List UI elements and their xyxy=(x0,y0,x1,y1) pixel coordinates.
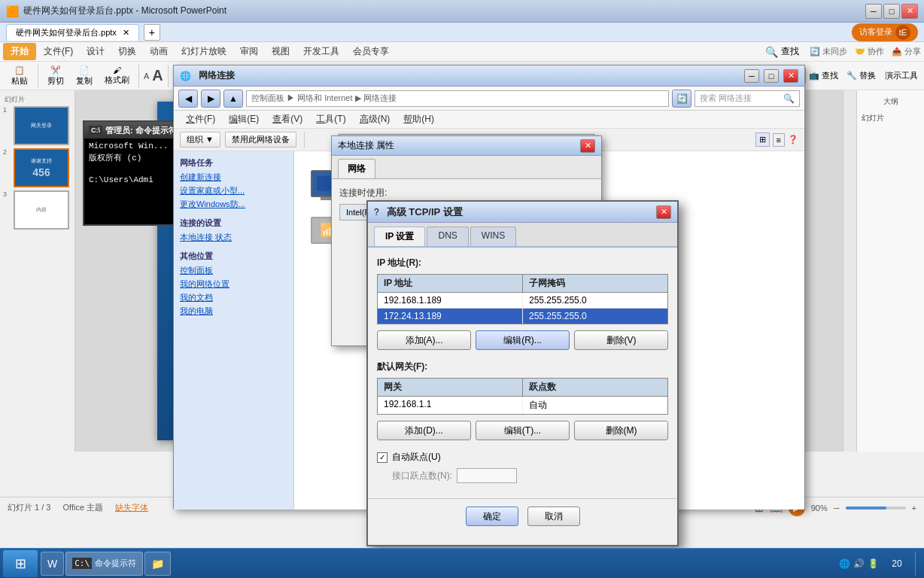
taskbar-cmd-item[interactable]: C:\ 命令提示符 xyxy=(65,552,143,576)
taskbar-word-item[interactable]: W xyxy=(41,552,64,576)
my-network-link[interactable]: 我的网络位置 xyxy=(180,278,287,290)
taskbar-clock[interactable]: 20 xyxy=(883,558,910,569)
net-menu-advanced[interactable]: 高级(N) xyxy=(354,111,397,127)
edit-gateway-btn[interactable]: 编辑(T)... xyxy=(476,421,570,440)
help-question-btn[interactable]: ❓ xyxy=(788,135,798,144)
refresh-btn[interactable]: 🔄 xyxy=(672,90,691,108)
prop-title-text: 本地连接 属性 xyxy=(338,139,394,152)
ppt-tab[interactable]: 硬件网关如何登录后台.pptx ✕ xyxy=(6,24,139,41)
prop-tab-network[interactable]: 网络 xyxy=(338,159,375,178)
menu-transition[interactable]: 切换 xyxy=(112,43,142,60)
col-subnet-header: 子网掩码 xyxy=(523,275,667,292)
minimize-button[interactable]: ─ xyxy=(865,4,882,19)
menu-review[interactable]: 审阅 xyxy=(234,43,264,60)
menu-vip[interactable]: 会员专享 xyxy=(347,43,395,60)
slide-thumb-1[interactable]: 1 网关登录 xyxy=(3,106,71,145)
net-menu-tools[interactable]: 工具(T) xyxy=(310,111,351,127)
view-controls: ⊞ ≡ ❓ xyxy=(755,132,798,147)
organize-btn[interactable]: 组织 ▼ xyxy=(180,132,220,148)
taskbar-folder-item[interactable]: 📁 xyxy=(144,552,171,576)
net-menu-help[interactable]: 帮助(H) xyxy=(397,111,440,127)
search-icon: 🔍 xyxy=(783,93,795,104)
tcp-close-btn[interactable]: ✕ xyxy=(656,205,671,219)
tcp-tab-ip[interactable]: IP 设置 xyxy=(374,227,425,246)
search-box[interactable]: 搜索 网络连接 🔍 xyxy=(695,90,800,107)
control-panel-link[interactable]: 控制面板 xyxy=(180,265,287,276)
ip-row-2[interactable]: 172.24.13.189 255.255.255.0 xyxy=(378,309,667,324)
slide-thumb-3[interactable]: 3 内容 xyxy=(3,190,71,230)
col-ip-header: IP 地址 xyxy=(378,275,523,292)
menu-design[interactable]: 设计 xyxy=(81,43,111,60)
battery-tray-icon[interactable]: 🔋 xyxy=(868,558,879,569)
gateway-row-1-ip: 192.168.1.1 xyxy=(378,397,523,414)
new-tab-button[interactable]: + xyxy=(144,24,160,41)
volume-tray-icon[interactable]: 🔊 xyxy=(853,558,865,569)
net-tasks-section: 网络任务 创建新连接 设置家庭或小型... 更改Windows防... xyxy=(180,157,287,210)
add-gateway-btn[interactable]: 添加(D)... xyxy=(377,421,471,440)
format-brush-btn[interactable]: 🖌格式刷 xyxy=(100,64,134,87)
menu-animation[interactable]: 动画 xyxy=(144,43,174,60)
add-ip-btn[interactable]: 添加(A)... xyxy=(377,330,471,350)
tab-close-icon[interactable]: ✕ xyxy=(123,28,129,38)
net-menu-view[interactable]: 查看(V) xyxy=(266,111,309,127)
net-menu-edit[interactable]: 编辑(E) xyxy=(223,111,265,127)
font-tools: AA xyxy=(144,67,163,84)
interface-metric-input[interactable] xyxy=(457,468,517,483)
net-close-btn[interactable]: ✕ xyxy=(783,69,798,83)
auto-metric-checkbox[interactable]: ✓ xyxy=(377,452,388,463)
slide-thumb-2[interactable]: 2 谢谢支持 456 xyxy=(3,148,71,187)
tcp-cancel-btn[interactable]: 取消 xyxy=(527,507,580,526)
tcp-tab-wins[interactable]: WINS xyxy=(470,227,516,246)
net-tasks-title: 网络任务 xyxy=(180,157,287,169)
show-desktop-btn[interactable] xyxy=(915,552,919,576)
start-button[interactable]: ⊞ xyxy=(3,550,38,577)
menu-start[interactable]: 开始 xyxy=(3,43,36,60)
create-connection-link[interactable]: 创建新连接 xyxy=(180,172,287,183)
address-input[interactable]: 控制面板 ▶ 网络和 Internet ▶ 网络连接 xyxy=(246,90,669,107)
menu-slideshow[interactable]: 幻灯片放映 xyxy=(175,43,233,60)
my-documents-link[interactable]: 我的文档 xyxy=(180,292,287,303)
tcp-ok-btn[interactable]: 确定 xyxy=(466,507,518,526)
zoom-slider[interactable] xyxy=(846,507,906,510)
maximize-button[interactable]: □ xyxy=(883,4,900,19)
setup-home-network-link[interactable]: 设置家庭或小型... xyxy=(180,185,287,196)
view-list-btn[interactable]: ≡ xyxy=(773,133,785,147)
prop-close-btn[interactable]: ✕ xyxy=(580,139,595,153)
menu-view[interactable]: 视图 xyxy=(266,43,296,60)
up-btn[interactable]: ▲ xyxy=(223,90,243,108)
missing-font-icon[interactable]: 缺失字体 xyxy=(115,502,148,513)
forward-btn[interactable]: ▶ xyxy=(201,90,220,108)
net-other-section: 其他位置 控制面板 我的网络位置 我的文档 我的电脑 xyxy=(180,251,287,317)
net-menu-file[interactable]: 文件(F) xyxy=(180,111,221,127)
folder-icon: 📁 xyxy=(151,558,164,570)
change-settings-link[interactable]: 更改Windows防... xyxy=(180,199,287,210)
delete-ip-btn[interactable]: 删除(V) xyxy=(574,330,668,350)
tcp-help-icon[interactable]: ? xyxy=(374,207,379,218)
ip-row-1[interactable]: 192.168.1.189 255.255.255.0 xyxy=(378,293,667,309)
edit-ip-btn[interactable]: 编辑(R)... xyxy=(476,330,570,350)
tcp-title-bar: ? 高级 TCP/IP 设置 ✕ xyxy=(368,202,677,223)
my-computer-link[interactable]: 我的电脑 xyxy=(180,306,287,317)
search-label: 查找 xyxy=(781,45,799,58)
user-login-badge[interactable]: 访客登录 tE xyxy=(852,23,918,41)
cut-btn[interactable]: ✂️剪切 xyxy=(43,64,68,88)
gateway-row-1[interactable]: 192.168.1.1 自动 xyxy=(378,397,667,414)
outline-item-1[interactable]: 幻灯片 xyxy=(860,111,921,125)
network-tray-icon[interactable]: 🌐 xyxy=(839,558,850,569)
delete-gateway-btn[interactable]: 删除(M) xyxy=(574,421,668,440)
copy-btn[interactable]: 📄复制 xyxy=(71,64,97,88)
paste-btn[interactable]: 📋粘贴 xyxy=(6,63,33,89)
net-minimize-btn[interactable]: ─ xyxy=(744,69,759,83)
tcp-tab-dns[interactable]: DNS xyxy=(427,227,468,246)
menu-insert[interactable]: 文件(F) xyxy=(38,43,79,60)
net-restore-btn[interactable]: □ xyxy=(764,69,779,83)
menu-devtools[interactable]: 开发工具 xyxy=(297,43,345,60)
disable-device-btn[interactable]: 禁用此网络设备 xyxy=(225,132,296,148)
view-icon-btn[interactable]: ⊞ xyxy=(755,132,770,147)
vertical-ruler xyxy=(843,90,856,452)
theme-label: Office 主题 xyxy=(62,502,103,513)
app-title: 硬件网关如何登录后台.pptx - Microsoft PowerPoint xyxy=(23,5,226,17)
close-button[interactable]: ✕ xyxy=(901,4,918,19)
back-btn[interactable]: ◀ xyxy=(178,90,198,108)
connection-settings-link[interactable]: 本地连接 状态 xyxy=(180,232,287,243)
